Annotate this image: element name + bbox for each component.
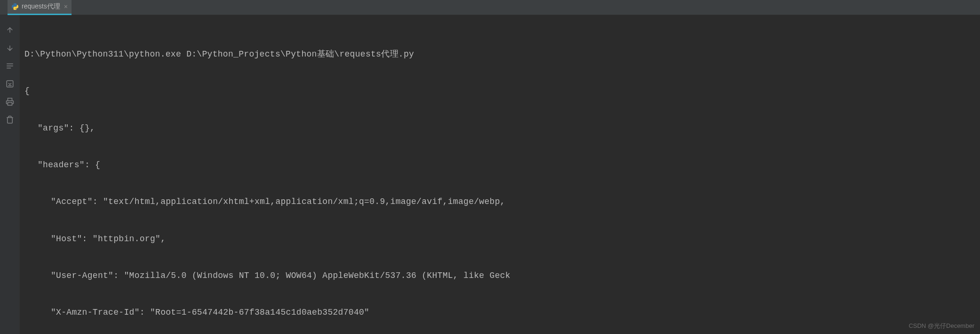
output-line: "Accept": "text/html,application/xhtml+x… [24, 196, 975, 208]
arrow-up-icon[interactable] [5, 25, 15, 35]
close-icon[interactable]: × [64, 3, 68, 10]
main-container: D:\Python\Python311\python.exe D:\Python… [0, 15, 980, 334]
tab-bar: requests代理 × [0, 0, 980, 15]
output-line: "args": {}, [24, 122, 975, 134]
scroll-to-end-icon[interactable] [5, 79, 15, 89]
arrow-down-icon[interactable] [5, 43, 15, 53]
svg-rect-0 [7, 81, 13, 87]
output-line: "X-Amzn-Trace-Id": "Root=1-6547442b-67f3… [24, 306, 975, 318]
output-line: "headers": { [24, 159, 975, 171]
tab-label: requests代理 [22, 2, 60, 11]
soft-wrap-icon[interactable] [5, 61, 15, 71]
watermark: CSDN @光仔December [908, 322, 974, 330]
output-line: { [24, 85, 975, 97]
tab-requests-proxy[interactable]: requests代理 × [8, 0, 72, 15]
console-output: D:\Python\Python311\python.exe D:\Python… [20, 15, 980, 334]
print-icon[interactable] [5, 97, 15, 106]
python-icon [11, 3, 19, 10]
output-line: "Host": "httpbin.org", [24, 233, 975, 245]
command-line: D:\Python\Python311\python.exe D:\Python… [24, 48, 975, 60]
output-line: "User-Agent": "Mozilla/5.0 (Windows NT 1… [24, 269, 975, 282]
trash-icon[interactable] [5, 115, 15, 124]
gutter [0, 15, 20, 334]
